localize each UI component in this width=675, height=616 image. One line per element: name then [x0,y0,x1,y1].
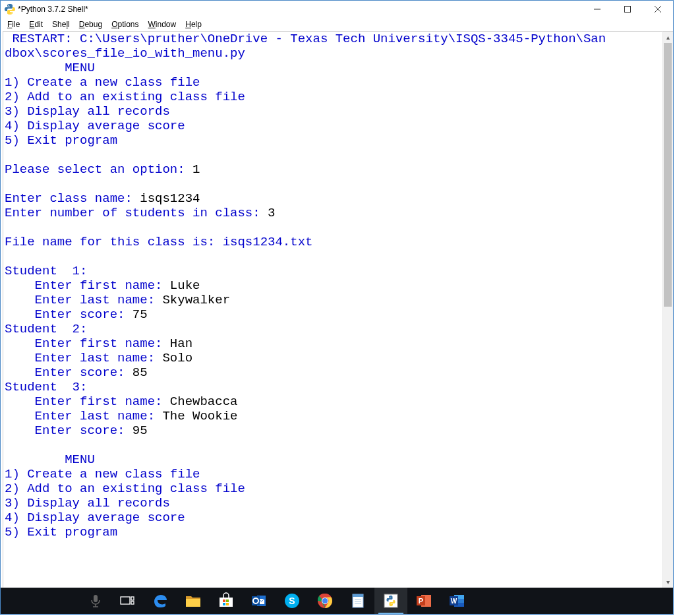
svg-rect-9 [131,601,134,604]
svg-rect-25 [353,594,363,597]
svg-rect-14 [226,603,229,605]
svg-text:S: S [289,596,295,606]
shell-text-area[interactable]: RESTART: C:\Users\pruther\OneDrive - Tex… [3,31,662,588]
menu-window[interactable]: Window [144,19,181,30]
svg-rect-12 [226,600,229,602]
menu-debug[interactable]: Debug [75,19,106,30]
menu-options[interactable]: Options [107,19,142,30]
menu-bar: File Edit Shell Debug Options Window Hel… [1,18,673,31]
python-icon [5,4,15,15]
svg-rect-7 [121,597,130,604]
scroll-up-arrow[interactable]: ▴ [662,32,673,43]
microphone-icon [90,594,102,608]
powerpoint-button[interactable]: P [407,588,440,614]
menu-help[interactable]: Help [181,19,206,30]
minimize-button[interactable] [582,1,612,18]
svg-rect-11 [223,600,225,602]
task-view-button[interactable] [111,588,144,614]
svg-rect-4 [94,595,98,602]
chrome-button[interactable] [308,588,341,614]
window-title: *Python 3.7.2 Shell* [18,5,88,14]
outlook-button[interactable] [243,588,276,614]
file-explorer-button[interactable] [177,588,210,614]
menu-file[interactable]: File [3,19,24,30]
close-button[interactable] [643,1,673,18]
app-window: *Python 3.7.2 Shell* File Edit Shell Deb… [0,0,674,615]
window-controls [582,1,673,18]
title-bar[interactable]: *Python 3.7.2 Shell* [1,1,673,18]
scroll-down-arrow[interactable]: ▾ [662,576,673,588]
menu-edit[interactable]: Edit [25,19,47,30]
store-button[interactable] [210,588,243,614]
svg-text:W: W [451,598,457,605]
scroll-thumb[interactable] [664,43,672,307]
skype-button[interactable]: S [276,588,308,614]
word-button[interactable]: W [440,588,473,614]
svg-point-23 [322,598,328,603]
svg-text:P: P [419,597,423,605]
python-idle-button[interactable] [374,588,407,614]
svg-rect-8 [131,597,134,600]
taskbar[interactable]: S P W [1,588,673,614]
cortana-area[interactable] [1,588,111,614]
content-area: RESTART: C:\Users\pruther\OneDrive - Tex… [1,31,673,588]
notepad-button[interactable] [341,588,374,614]
vertical-scrollbar[interactable]: ▴ ▾ [662,31,673,588]
maximize-button[interactable] [612,1,643,18]
svg-rect-13 [223,603,225,605]
svg-rect-1 [625,7,631,13]
edge-button[interactable] [144,588,177,614]
menu-shell[interactable]: Shell [48,19,74,30]
